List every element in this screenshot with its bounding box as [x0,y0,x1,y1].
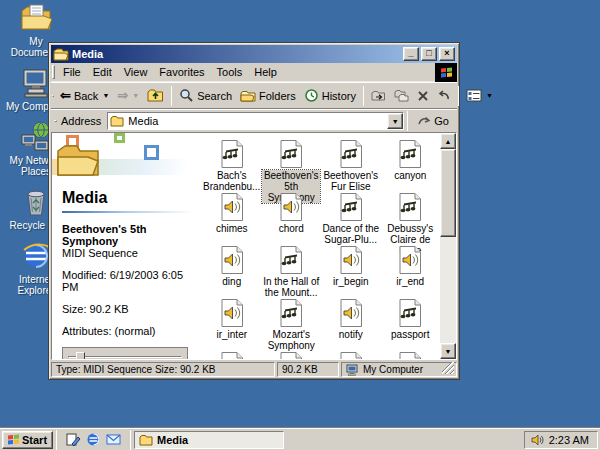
file-item[interactable]: chord [262,192,322,245]
quick-launch [60,432,127,447]
wav-file-icon [217,298,247,328]
delete-button[interactable] [413,85,433,107]
file-item[interactable]: notify [321,298,381,351]
search-button[interactable]: Search [175,85,236,107]
vertical-scrollbar[interactable]: ▲ ▼ [440,133,456,359]
file-item[interactable]: Debussy's Claire de Lune [381,192,441,245]
address-input[interactable]: Media ▼ [107,112,404,130]
minimize-button[interactable]: _ [403,47,419,61]
taskbar-separator [56,430,57,450]
forward-dropdown[interactable]: ▼ [132,92,139,99]
task-button-media[interactable]: Media [134,431,284,449]
file-label: Beethoven's Fur Elise [322,170,380,192]
up-button[interactable] [143,85,168,107]
file-item[interactable]: In the Hall of the Mount... [262,245,322,298]
file-label: In the Hall of the Mount... [262,276,320,298]
file-item[interactable]: Mozart's Symphony ... [262,298,322,351]
wav-file-icon [276,192,306,222]
file-item[interactable] [262,351,322,359]
toolbar: ⇐ Back▼ ⇒ ▼ Search Folders History [51,82,457,109]
menu-favorites[interactable]: Favorites [153,63,210,81]
file-grid: Bach's Brandenbu...Beethoven's 5th Symph… [202,133,440,359]
volume-icon[interactable] [531,434,544,446]
midi-file-icon [336,192,366,222]
midi-file-icon [276,139,306,169]
go-button[interactable]: Go [411,115,455,127]
close-button[interactable]: × [439,47,455,61]
scrollbar-thumb[interactable] [440,149,456,237]
rebar-grip[interactable] [52,95,54,97]
file-item[interactable]: chimes [202,192,262,245]
internet-explorer-launch-icon[interactable] [86,432,101,447]
maximize-button[interactable]: □ [421,47,437,61]
file-item[interactable]: Bach's Brandenbu... [202,139,262,192]
show-desktop-icon[interactable] [66,432,81,447]
file-label: Dance of the Sugar-Plu... [322,223,380,245]
start-button[interactable]: Start [2,431,53,449]
address-dropdown-button[interactable]: ▼ [387,113,403,129]
folder-content: Media Beethoven's 5th Symphony MIDI Sequ… [51,132,457,360]
go-arrow-icon [417,115,431,127]
scroll-down-button[interactable]: ▼ [440,343,456,359]
menu-edit[interactable]: Edit [87,63,118,81]
history-button[interactable]: History [300,85,360,107]
file-label: Bach's Brandenbu... [203,170,261,192]
undo-button[interactable] [433,85,455,107]
clock[interactable]: 2:23 AM [549,434,589,446]
file-item[interactable]: canyon [381,139,441,192]
large-folder-icon [56,141,102,179]
file-item[interactable] [202,351,262,359]
back-arrow-icon: ⇐ [60,89,71,102]
status-location: My Computer [341,362,457,377]
rebar-grip[interactable] [52,65,55,79]
media-player-preview [62,347,188,359]
views-dropdown[interactable]: ▼ [486,92,493,99]
move-to-button[interactable] [367,85,390,107]
forward-arrow-icon: ⇒ [117,89,128,102]
back-dropdown[interactable]: ▼ [102,92,109,99]
file-item[interactable]: ir_end [381,245,441,298]
folders-button[interactable]: Folders [236,85,300,107]
status-type: Type: MIDI Sequence Size: 90.2 KB [51,362,275,377]
resize-grip[interactable] [442,362,454,374]
file-item[interactable]: passport [381,298,441,351]
slider-thumb[interactable] [76,352,85,359]
file-item[interactable]: Beethoven's Fur Elise [321,139,381,192]
attributes-line: Attributes: (normal) [62,325,192,337]
file-item[interactable]: Dance of the Sugar-Plu... [321,192,381,245]
windows-flag-throbber [435,63,457,82]
midi-file-icon [276,298,306,328]
file-label: passport [391,329,429,340]
title-bar[interactable]: Media _ □ × [51,45,457,63]
file-label: notify [339,329,363,340]
file-label: ir_end [396,276,424,287]
menu-view[interactable]: View [118,63,154,81]
wav-file-icon [217,192,247,222]
outlook-express-icon[interactable] [106,432,121,447]
wav-file-icon [395,351,425,359]
file-item[interactable]: ding [202,245,262,298]
menu-file[interactable]: File [57,63,87,81]
rebar-grip[interactable] [54,120,57,122]
system-tray: 2:23 AM [524,431,598,449]
file-label: chord [279,223,304,234]
copy-to-button[interactable] [390,85,413,107]
menu-tools[interactable]: Tools [211,63,249,81]
menu-help[interactable]: Help [248,63,283,81]
forward-button[interactable]: ⇒ ▼ [113,85,143,107]
wav-file-icon [217,351,247,359]
toolbar-separator [171,86,172,106]
file-item[interactable] [321,351,381,359]
file-item[interactable] [381,351,441,359]
explorer-window: Media _ □ × FileEditViewFavoritesToolsHe… [48,42,460,380]
back-button[interactable]: ⇐ Back▼ [56,85,113,107]
scroll-up-button[interactable]: ▲ [440,133,456,149]
address-label: Address [61,115,101,127]
midi-file-icon [336,139,366,169]
file-item[interactable]: Beethoven's 5th Symphony [262,139,322,192]
views-button[interactable]: ▼ [462,85,497,107]
seek-slider[interactable] [68,352,182,359]
toolbar-separator [363,86,364,106]
file-item[interactable]: ir_inter [202,298,262,351]
file-item[interactable]: ir_begin [321,245,381,298]
